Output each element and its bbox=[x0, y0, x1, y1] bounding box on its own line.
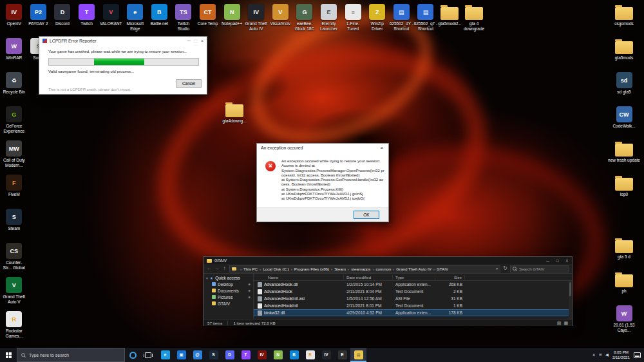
hidden-icons-chevron[interactable]: ∧ bbox=[592, 353, 596, 357]
desktop-icon[interactable]: TS Twitch Studio bbox=[171, 4, 196, 32]
desktop-icon[interactable]: gta 5 d bbox=[608, 237, 640, 271]
refresh-button[interactable]: ↻ bbox=[502, 266, 508, 271]
file-row[interactable]: AdvancedHookInit 2/11/2021 8:01 PM Text … bbox=[254, 302, 572, 309]
minimize-button[interactable]: ─ bbox=[187, 39, 191, 43]
desktop-icon[interactable]: csgomods bbox=[608, 4, 640, 38]
breadcrumb-segment[interactable]: steamapps bbox=[346, 267, 370, 271]
column-header-size[interactable]: Size bbox=[435, 275, 465, 280]
gta-iv-icon[interactable]: IV bbox=[318, 348, 334, 362]
mail-icon[interactable]: @ bbox=[189, 348, 205, 362]
desktop-icon[interactable]: D Discord bbox=[50, 4, 75, 32]
file-row[interactable]: AdvancedHook.dll 1/2/2015 10:14 PM Appli… bbox=[254, 281, 572, 288]
clock[interactable]: 8:05 PM 2/11/2021 bbox=[612, 350, 630, 360]
desktop-icon[interactable]: sd sd gta5 bbox=[608, 72, 640, 106]
sidebar-item[interactable]: Desktop ◈ bbox=[204, 281, 253, 287]
maximize-button[interactable]: □ bbox=[553, 257, 562, 264]
store-icon[interactable]: ▣ bbox=[173, 348, 189, 362]
action-center-icon[interactable] bbox=[634, 352, 641, 358]
chevron-down-icon[interactable]: ▾ bbox=[206, 276, 208, 280]
edge-icon[interactable]: e bbox=[157, 348, 173, 362]
minimize-button[interactable]: ─ bbox=[543, 257, 553, 264]
cancel-button[interactable]: Cancel bbox=[176, 79, 202, 88]
address-bar[interactable]: This PC Local Disk (C:) Program Files (x… bbox=[229, 265, 500, 272]
openiv-icon[interactable]: IV bbox=[254, 348, 270, 362]
desktop-icon[interactable]: T Twitch bbox=[75, 4, 99, 32]
desktop-icon[interactable]: gta4downg... bbox=[222, 101, 247, 124]
desktop-icon[interactable]: S Steam bbox=[2, 209, 26, 243]
desktop-icon[interactable]: E Eternity Launcher bbox=[317, 4, 341, 32]
address-dropdown-icon[interactable]: ▾ bbox=[493, 267, 498, 271]
search-input[interactable] bbox=[519, 267, 567, 271]
desktop-icon[interactable]: ▤ 625502_q7 - Shortcut bbox=[413, 4, 438, 32]
ok-button[interactable]: OK bbox=[354, 211, 379, 219]
maximize-button[interactable]: □ bbox=[194, 39, 197, 43]
forward-button[interactable]: → bbox=[214, 266, 220, 271]
breadcrumb-segment[interactable]: Grand Theft Auto IV bbox=[391, 267, 431, 271]
scrollbar[interactable] bbox=[569, 281, 572, 319]
breadcrumb-segment[interactable]: Program Files (x86) bbox=[289, 267, 329, 271]
large-icons-view-icon[interactable]: ▦ bbox=[564, 321, 568, 325]
close-button[interactable]: × bbox=[375, 145, 388, 151]
desktop-icon[interactable]: CT Core Temp bbox=[196, 4, 220, 32]
desktop-icon[interactable]: gta 4 downgrade bbox=[462, 4, 486, 32]
explorer-search-box[interactable] bbox=[510, 265, 569, 272]
desktop-icon[interactable]: V VALORANT bbox=[99, 4, 123, 32]
desktop-icon[interactable]: new trash update bbox=[608, 140, 640, 175]
rockstar-icon[interactable]: R bbox=[302, 348, 318, 362]
notepad-plus-icon[interactable]: N bbox=[270, 348, 286, 362]
up-button[interactable]: ↑ bbox=[222, 266, 227, 271]
battle-net-icon[interactable]: B bbox=[286, 348, 302, 362]
network-icon[interactable]: ≋ bbox=[598, 353, 601, 357]
scrollbar-thumb[interactable] bbox=[569, 282, 571, 296]
desktop-icon[interactable]: CW CodeWalk... bbox=[608, 106, 640, 140]
steam-icon[interactable]: S bbox=[205, 348, 222, 362]
desktop-icon[interactable]: B Battle.net bbox=[147, 4, 172, 32]
sidebar-item[interactable]: GTAIV bbox=[204, 300, 253, 307]
column-header-type[interactable]: Type bbox=[393, 275, 435, 280]
close-button[interactable]: × bbox=[201, 39, 204, 43]
taskbar-search-box[interactable] bbox=[17, 348, 125, 362]
desktop-icon[interactable]: P2 PAYDAY 2 bbox=[26, 4, 51, 32]
breadcrumb-segment[interactable]: This PC bbox=[238, 267, 258, 271]
twitch-icon[interactable]: T bbox=[238, 348, 254, 362]
start-button[interactable] bbox=[0, 348, 17, 362]
file-row[interactable]: AdvancedHook 2/11/2021 8:04 PM Text Docu… bbox=[254, 288, 572, 295]
desktop-icon[interactable]: ♻ Recycle Bin bbox=[2, 72, 26, 106]
column-header-name[interactable]: Name bbox=[254, 275, 344, 280]
desktop-icon[interactable]: IV Grand Theft Auto IV bbox=[244, 4, 269, 32]
back-button[interactable]: ← bbox=[206, 266, 212, 271]
desktop-icon[interactable]: gta5mods bbox=[608, 38, 640, 72]
desktop-icon[interactable]: R Rockstar Games... bbox=[2, 311, 26, 345]
desktop-icon[interactable]: W WinRAR bbox=[2, 38, 26, 72]
search-input[interactable] bbox=[29, 353, 120, 357]
file-explorer-icon[interactable]: ▤ bbox=[350, 348, 366, 362]
sidebar-item-quick-access[interactable]: ▾ ★ Quick access bbox=[204, 275, 253, 281]
cortana-button[interactable] bbox=[125, 348, 140, 362]
close-button[interactable]: × bbox=[562, 257, 572, 264]
breadcrumb-segment[interactable]: common bbox=[370, 267, 391, 271]
task-view-button[interactable] bbox=[140, 348, 156, 362]
desktop-icon[interactable]: ≡ 1-Fine-Tuned Felony & R... bbox=[341, 4, 365, 32]
sidebar-item[interactable]: Documents ◈ bbox=[204, 287, 253, 294]
breadcrumb-segment[interactable]: Local Disk (C:) bbox=[258, 267, 289, 271]
desktop-icon[interactable]: G eaeBee-Glock 18C bbox=[292, 4, 317, 32]
desktop-icon[interactable]: CS Counter-Str... Global Offe... bbox=[2, 243, 26, 277]
desktop-icon[interactable]: e Microsoft Edge bbox=[123, 4, 147, 32]
desktop-icon[interactable]: ▤ 625502_dY - Shortcut bbox=[390, 4, 414, 32]
epic-games-icon[interactable]: E bbox=[334, 348, 350, 362]
desktop-icon[interactable]: IV OpenIV bbox=[2, 4, 26, 32]
desktop-icon[interactable]: V Grand Theft Auto V bbox=[2, 277, 26, 311]
file-row[interactable]: AdvancedHookInit.asi 1/5/2014 12:56 AM A… bbox=[254, 295, 572, 302]
desktop-icon[interactable]: lop0 bbox=[608, 175, 640, 209]
desktop-icon[interactable]: N Notepad++ bbox=[220, 4, 244, 32]
volume-icon[interactable]: ◀ bbox=[605, 353, 609, 357]
details-view-icon[interactable]: ▤ bbox=[557, 321, 562, 325]
desktop-icon[interactable]: gta5modsf... bbox=[438, 4, 462, 32]
desktop-icon[interactable]: V VisualV.oiv bbox=[269, 4, 293, 32]
desktop-icon[interactable]: G GeForce Experience bbox=[2, 106, 26, 140]
file-row[interactable]: binkw32.dll 4/29/2010 4:52 PM Applicatio… bbox=[254, 309, 572, 316]
sidebar-item[interactable]: Pictures ◈ bbox=[204, 294, 253, 300]
breadcrumb-segment[interactable]: GTAIV bbox=[431, 267, 448, 271]
breadcrumb-segment[interactable]: Steam bbox=[329, 267, 346, 271]
desktop-icon[interactable]: F FiveM bbox=[2, 175, 26, 209]
